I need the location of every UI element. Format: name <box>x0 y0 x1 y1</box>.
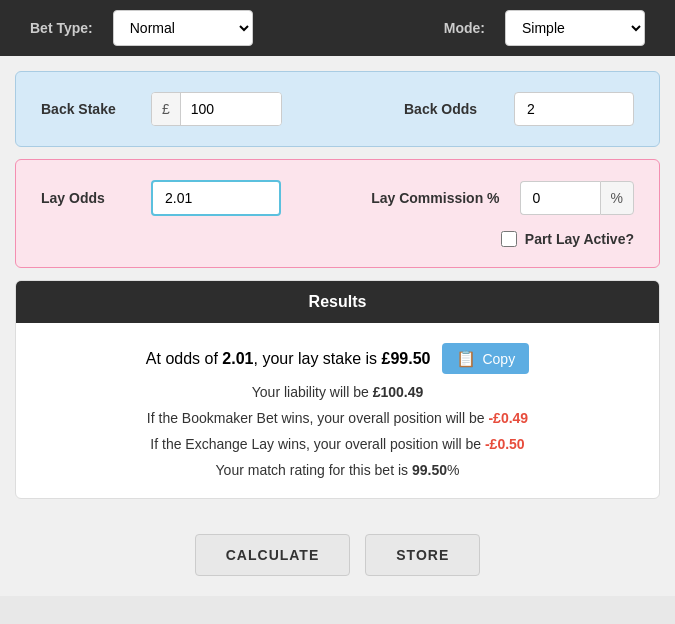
footer: CALCULATE STORE <box>0 514 675 596</box>
back-section: Back Stake £ Back Odds <box>15 71 660 147</box>
result-line3-amount: -£0.49 <box>488 410 528 426</box>
result-line3-prefix: If the Bookmaker Bet wins, your overall … <box>147 410 489 426</box>
copy-icon: 📋 <box>456 349 476 368</box>
lay-row: Lay Odds Lay Commission % % <box>41 180 634 216</box>
result-line1-stake: £99.50 <box>382 350 431 367</box>
result-line-4: If the Exchange Lay wins, your overall p… <box>46 436 629 452</box>
back-stake-input-group: £ <box>151 92 282 126</box>
result-line4-amount: -£0.50 <box>485 436 525 452</box>
copy-label: Copy <box>482 351 515 367</box>
mode-label: Mode: <box>444 20 485 36</box>
result-line1-middle: , your lay stake is <box>253 350 381 367</box>
result-line4-prefix: If the Exchange Lay wins, your overall p… <box>150 436 485 452</box>
calculate-button[interactable]: CALCULATE <box>195 534 351 576</box>
commission-input-group: % <box>520 181 634 215</box>
commission-input[interactable] <box>520 181 600 215</box>
lay-commission-label: Lay Commission % <box>371 190 499 206</box>
result-line5-prefix: Your match rating for this bet is <box>216 462 412 478</box>
result-line5-rating: 99.50 <box>412 462 447 478</box>
results-body: At odds of 2.01, your lay stake is £99.5… <box>16 323 659 498</box>
part-lay-checkbox[interactable] <box>501 231 517 247</box>
part-lay-row: Part Lay Active? <box>41 231 634 247</box>
back-stake-input[interactable] <box>181 93 281 125</box>
result-line2-prefix: Your liability will be <box>252 384 373 400</box>
copy-button[interactable]: 📋 Copy <box>442 343 529 374</box>
results-header: Results <box>16 281 659 323</box>
result-line1-text: At odds of 2.01, your lay stake is £99.5… <box>146 350 431 368</box>
store-button[interactable]: STORE <box>365 534 480 576</box>
commission-suffix: % <box>600 181 634 215</box>
main-content: Back Stake £ Back Odds Lay Odds Lay Comm… <box>0 56 675 514</box>
result-line1-prefix: At odds of <box>146 350 223 367</box>
result-line1-odds: 2.01 <box>222 350 253 367</box>
header-bar: Bet Type: Normal Each Way Forecast Mode:… <box>0 0 675 56</box>
results-section: Results At odds of 2.01, your lay stake … <box>15 280 660 499</box>
back-stake-label: Back Stake <box>41 101 131 117</box>
result-line-5: Your match rating for this bet is 99.50% <box>46 462 629 478</box>
result-line2-amount: £100.49 <box>373 384 424 400</box>
lay-odds-label: Lay Odds <box>41 190 131 206</box>
bet-type-select[interactable]: Normal Each Way Forecast <box>113 10 253 46</box>
back-odds-label: Back Odds <box>404 101 494 117</box>
part-lay-label: Part Lay Active? <box>525 231 634 247</box>
currency-symbol: £ <box>152 93 181 125</box>
mode-select[interactable]: Simple Advanced <box>505 10 645 46</box>
lay-section: Lay Odds Lay Commission % % Part Lay Act… <box>15 159 660 268</box>
result-line-1: At odds of 2.01, your lay stake is £99.5… <box>46 343 629 374</box>
result-line-3: If the Bookmaker Bet wins, your overall … <box>46 410 629 426</box>
result-line-2: Your liability will be £100.49 <box>46 384 629 400</box>
back-odds-input[interactable] <box>514 92 634 126</box>
lay-odds-input[interactable] <box>151 180 281 216</box>
result-line5-suffix: % <box>447 462 459 478</box>
bet-type-label: Bet Type: <box>30 20 93 36</box>
